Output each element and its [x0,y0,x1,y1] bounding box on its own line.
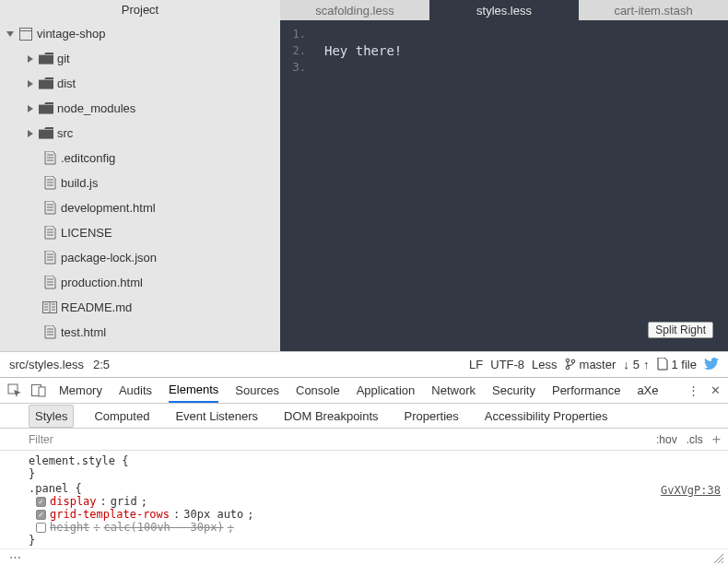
editor-tab-active[interactable]: styles.less [429,0,579,20]
tree-file-label: LICENSE [61,226,112,240]
devtools-tab-application[interactable]: Application [357,379,416,402]
tree-file[interactable]: production.html [0,270,280,295]
css-property-name: display [50,495,97,508]
styles-filter-row: Filter :hov .cls + [0,429,728,451]
file-icon [42,226,57,241]
css-property-row[interactable]: grid-template-rows: 30px auto; [29,508,721,521]
close-brace: } [29,534,721,547]
file-icon [42,251,57,265]
sidebar-title: Project [0,0,280,19]
ellipsis-icon[interactable]: ⋯ [9,550,21,564]
status-cursor[interactable]: 2:5 [93,358,110,371]
tree-file[interactable]: build.js [0,171,280,195]
svg-rect-38 [8,384,18,394]
inspect-icon[interactable] [7,383,22,398]
styles-subtabs: Styles Computed Event Listeners DOM Brea… [0,404,728,429]
status-language[interactable]: Less [532,358,557,371]
tree-file[interactable]: package-lock.json [0,245,280,270]
folder-icon [39,52,53,66]
devtools-tab-memory[interactable]: Memory [59,379,102,402]
svg-point-37 [571,360,575,364]
property-checkbox[interactable] [36,497,46,507]
subtab-event-listeners[interactable]: Event Listeners [170,406,264,427]
status-encoding[interactable]: UTF-8 [490,358,524,371]
add-rule-icon[interactable]: + [712,431,721,448]
subtab-accessibility[interactable]: Accessibility Properties [479,406,614,427]
close-icon[interactable]: ✕ [710,383,721,397]
tree-folder[interactable]: dist [0,71,280,96]
tree-file[interactable]: README.md [0,295,280,320]
tree-root-label: vintage-shop [37,27,105,41]
hov-toggle[interactable]: :hov [656,433,677,446]
devtools-tab-security[interactable]: Security [492,379,535,402]
svg-rect-2 [39,55,53,65]
devtools-tab-network[interactable]: Network [431,379,476,402]
svg-rect-0 [20,28,32,40]
source-link[interactable]: GvXVgP:38 [661,484,721,497]
resize-handle-icon[interactable] [711,551,724,564]
status-eol[interactable]: LF [469,358,483,371]
tree-folder[interactable]: src [0,121,280,146]
filter-input[interactable]: Filter [29,433,53,446]
devtools-tab-performance[interactable]: Performance [552,379,620,402]
tree-folder[interactable]: node_modules [0,96,280,121]
status-sync[interactable]: ↓ 5 ↑ [623,358,649,371]
property-checkbox[interactable] [36,523,46,533]
editor-tab[interactable]: cart-item.stash [579,0,728,20]
kebab-menu-icon[interactable]: ⋮ [687,383,699,397]
svg-rect-5 [39,130,53,139]
css-property-value: 30px auto [183,508,243,521]
tree-file[interactable]: development.html [0,195,280,220]
devtools-tab-elements[interactable]: Elements [169,378,218,403]
file-icon [657,358,668,371]
cls-toggle[interactable]: .cls [687,433,703,446]
close-brace: } [29,467,721,480]
devtools-tab-audits[interactable]: Audits [119,379,152,402]
devtools-tab-sources[interactable]: Sources [235,379,279,402]
element-style-selector: element.style { [29,454,721,467]
status-branch[interactable]: master [565,358,616,371]
css-property-value: calc(100vh - 30px) [104,521,224,534]
twitter-icon[interactable] [704,357,719,371]
svg-rect-39 [32,384,41,395]
status-bar: src/styles.less 2:5 LF UTF-8 Less master… [0,351,728,377]
css-property-row[interactable]: height: calc(100vh - 30px); [29,521,721,534]
tree-file[interactable]: .editconfig [0,146,280,171]
svg-line-43 [722,561,723,563]
code-editor[interactable]: 1 2Hey there! 3 [280,20,728,351]
subtab-dom-breakpoints[interactable]: DOM Breakpoints [278,406,384,427]
project-sidebar: Project vintage-shop git dist [0,0,280,351]
tree-file-label: README.md [61,300,132,314]
device-toggle-icon[interactable] [31,383,46,398]
arrow-down-icon: ↓ [623,358,629,371]
tree-folder[interactable]: git [0,46,280,71]
styles-pane[interactable]: element.style { } GvXVgP:38 .panel { dis… [0,451,728,548]
devtools-tabs: Memory Audits Elements Sources Console A… [59,378,659,403]
property-checkbox[interactable] [36,510,46,520]
editor-pane: scafolding.less styles.less cart-item.st… [280,0,728,351]
devtools-tab-axe[interactable]: aXe [637,379,658,402]
arrow-up-icon: ↑ [643,358,650,371]
subtab-styles[interactable]: Styles [29,405,74,428]
status-files[interactable]: 1 file [657,358,697,371]
editor-tabs: scafolding.less styles.less cart-item.st… [280,0,728,20]
subtab-computed[interactable]: Computed [88,406,155,427]
css-property-row[interactable]: display: grid; [29,495,721,508]
svg-rect-3 [39,80,53,89]
editor-tab[interactable]: scafolding.less [280,0,429,20]
tree-root[interactable]: vintage-shop [0,21,280,46]
file-icon [42,151,57,166]
tree-file-label: build.js [61,176,98,190]
subtab-properties[interactable]: Properties [399,406,464,427]
file-icon [42,176,57,191]
devtools-tab-console[interactable]: Console [296,379,340,402]
git-branch-icon [565,358,576,371]
folder-icon [39,126,53,141]
tree-file-label: development.html [61,201,156,215]
tree-folder-label: git [57,52,70,65]
tree-file[interactable]: LICENSE [0,220,280,245]
status-filepath[interactable]: src/styles.less [9,358,84,371]
tree-file[interactable]: test.html [0,320,280,345]
status-files-count: 1 file [672,358,697,371]
code-line: Hey there! [310,43,402,58]
